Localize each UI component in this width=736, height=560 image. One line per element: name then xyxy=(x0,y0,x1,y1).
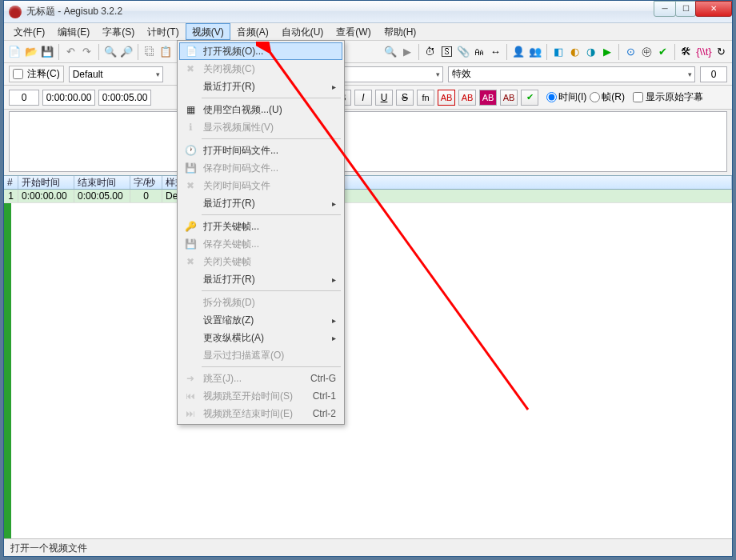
col-end[interactable]: 结束时间 xyxy=(74,176,130,189)
subtitle-text-input[interactable] xyxy=(9,111,727,172)
menuitem-关闭视频C: ✖关闭视频(C) xyxy=(179,60,342,78)
submenu-arrow-icon: ▸ xyxy=(332,316,336,325)
resample-icon[interactable]: ↔ xyxy=(488,43,502,61)
menu-自动化[interactable]: 自动化(U) xyxy=(275,23,330,40)
menuitem-打开时间码文件[interactable]: 🕐打开时间码文件... xyxy=(179,142,342,159)
menuitem-设置缩放Z[interactable]: 设置缩放(Z)▸ xyxy=(179,311,342,329)
menuitem-最近打开R[interactable]: 最近打开(R)▸ xyxy=(179,78,342,95)
submenu-arrow-icon: ▸ xyxy=(332,82,336,91)
grid-header: # 开始时间 结束时间 字/秒 样式 xyxy=(4,175,732,190)
spectrum-icon[interactable]: ◧ xyxy=(551,43,566,61)
window-title: 无标题 - Aegisub 3.2.2 xyxy=(26,5,654,18)
color2-button[interactable]: AB xyxy=(458,90,476,106)
menuitem-最近打开R[interactable]: 最近打开(R)▸ xyxy=(179,194,342,212)
timing-icon[interactable]: ⊙ xyxy=(623,43,638,61)
separator xyxy=(418,44,419,60)
paste-icon[interactable]: 📋 xyxy=(158,43,173,61)
style-combo[interactable]: Default xyxy=(69,66,163,82)
options-icon[interactable]: 🛠 xyxy=(679,43,694,61)
strike-button[interactable]: S xyxy=(396,90,414,106)
find-icon[interactable]: 🔍 xyxy=(102,43,117,61)
redo-icon[interactable]: ↷ xyxy=(79,43,94,61)
col-start[interactable]: 开始时间 xyxy=(18,176,74,189)
menu-字幕[interactable]: 字幕(S) xyxy=(96,23,141,40)
layer-input[interactable]: 0 xyxy=(700,66,727,82)
end-time-input[interactable]: 0:00:05.00 xyxy=(98,90,151,106)
menuitem-保存时间码文件: 💾保存时间码文件... xyxy=(179,159,342,177)
app-window: 无标题 - Aegisub 3.2.2 ─ ☐ ✕ 文件(F)编辑(E)字幕(S… xyxy=(3,0,733,557)
kanji-icon[interactable]: ㊥ xyxy=(639,43,654,61)
frame-radio[interactable]: 帧(R) xyxy=(590,90,625,104)
menu-帮助[interactable]: 帮助(H) xyxy=(378,23,423,40)
menuitem-关闭时间码文件: ✖关闭时间码文件 xyxy=(179,177,342,194)
grid-body[interactable]: 1 0:00:00.00 0:00:05.00 0 Defa xyxy=(4,190,732,538)
color4-button[interactable]: AB xyxy=(500,90,518,106)
close-button[interactable]: ✕ xyxy=(695,1,732,17)
menu-计时[interactable]: 计时(T) xyxy=(141,23,185,40)
col-cps[interactable]: 字/秒 xyxy=(130,176,162,189)
italic-button[interactable]: I xyxy=(354,90,372,106)
font-icon[interactable]: 🗛 xyxy=(472,43,486,61)
menuitem-跳至J: ➜跳至(J)...Ctrl-G xyxy=(179,370,342,387)
menuitem-最近打开R[interactable]: 最近打开(R)▸ xyxy=(179,270,342,288)
x-icon: ✖ xyxy=(184,62,197,75)
menu-视频[interactable]: 视频(V) xyxy=(186,23,230,40)
menu-查看[interactable]: 查看(W) xyxy=(330,23,377,40)
margin-input[interactable]: 0 xyxy=(9,90,39,106)
menu-音频[interactable]: 音频(A) xyxy=(230,23,275,40)
effect-combo[interactable]: 特效 xyxy=(448,66,695,82)
clock-icon: 🕐 xyxy=(184,144,197,157)
save-icon[interactable]: 💾 xyxy=(40,43,54,61)
menuitem-关闭关键帧: ✖关闭关键帧 xyxy=(179,253,342,270)
undo-icon[interactable]: ↶ xyxy=(63,43,78,61)
video-icon[interactable]: ▶ xyxy=(400,43,414,61)
time-radio[interactable]: 时间(I) xyxy=(546,90,586,104)
menu-separator xyxy=(202,138,341,139)
commit-button[interactable]: ✔ xyxy=(521,90,538,106)
menuitem-更改纵横比A[interactable]: 更改纵横比(A)▸ xyxy=(179,329,342,346)
menuitem-显示视频属性V: ℹ显示视频属性(V) xyxy=(179,118,342,136)
comment-checkbox[interactable]: 注释(C) xyxy=(9,66,64,82)
underline-button[interactable]: U xyxy=(375,90,393,106)
audio2-icon[interactable]: ◑ xyxy=(583,43,598,61)
save-icon: 💾 xyxy=(184,162,197,174)
menu-文件[interactable]: 文件(F) xyxy=(7,23,51,40)
style-icon[interactable]: 🅂 xyxy=(439,43,454,61)
separator xyxy=(506,44,507,60)
zoom-icon[interactable]: 🔍 xyxy=(383,43,398,61)
spell-icon[interactable]: ✔ xyxy=(656,43,670,61)
maximize-button[interactable]: ☐ xyxy=(675,1,696,17)
audio3-icon[interactable]: ▶ xyxy=(600,43,614,61)
tags-icon[interactable]: {\\t} xyxy=(695,43,713,61)
menuitem-视频跳至结束时间E: ⏭视频跳至结束时间(E)Ctrl-2 xyxy=(179,405,342,422)
copy-icon[interactable]: ⿻ xyxy=(142,43,157,61)
menuitem-显示过扫描遮罩O: 显示过扫描遮罩(O) xyxy=(179,346,342,364)
new-icon[interactable]: 📄 xyxy=(7,43,22,61)
table-row[interactable]: 1 0:00:00.00 0:00:05.00 0 Defa xyxy=(4,190,732,203)
info-icon: ℹ xyxy=(184,121,197,134)
menuitem-打开视频O[interactable]: 📄打开视频(O)... xyxy=(179,42,342,60)
font-button[interactable]: fn xyxy=(417,90,434,106)
color1-button[interactable]: AB xyxy=(438,90,455,106)
assistant2-icon[interactable]: 👥 xyxy=(528,43,542,61)
separator xyxy=(618,44,619,60)
open-icon[interactable]: 📂 xyxy=(23,43,38,61)
cycle-icon[interactable]: ↻ xyxy=(714,43,729,61)
menu-编辑[interactable]: 编辑(E) xyxy=(51,23,96,40)
replace-icon[interactable]: 🔎 xyxy=(119,43,134,61)
start-time-input[interactable]: 0:00:00.00 xyxy=(42,90,95,106)
col-number[interactable]: # xyxy=(4,176,18,189)
menuitem-使用空白视频U[interactable]: ▦使用空白视频...(U) xyxy=(179,101,342,118)
actor-combo[interactable] xyxy=(341,66,443,82)
audio-icon[interactable]: ◐ xyxy=(567,43,582,61)
save-icon: 💾 xyxy=(184,238,197,250)
show-original-checkbox[interactable]: 显示原始字幕 xyxy=(633,90,703,104)
attach-icon[interactable]: 📎 xyxy=(455,43,470,61)
shift-icon[interactable]: ⏱ xyxy=(423,43,438,61)
x-icon: ✖ xyxy=(184,255,197,268)
minimize-button[interactable]: ─ xyxy=(654,1,676,17)
color3-button[interactable]: AB xyxy=(479,90,497,106)
board-icon: ▦ xyxy=(184,103,197,116)
assistant-icon[interactable]: 👤 xyxy=(511,43,526,61)
menuitem-打开关键帧[interactable]: 🔑打开关键帧... xyxy=(179,218,342,235)
